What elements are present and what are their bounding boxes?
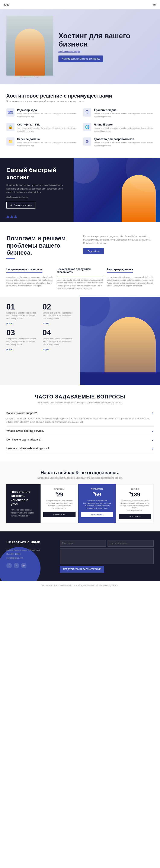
hero-subtitle: Изображение из Freepik <box>59 50 154 53</box>
hero-section: Изображение из Freepik Хостинг для вашег… <box>0 9 160 84</box>
triangle-decorations <box>6 215 17 218</box>
feature-text-5: Sample text. Click to select the text bo… <box>94 142 154 147</box>
contact-message-input[interactable] <box>60 548 154 564</box>
pricing-card-2: БИЗНЕС $139 20 сопровождаемых пользовате… <box>116 484 154 523</box>
contact-email-input[interactable] <box>107 540 154 547</box>
help-section: Помогаем и решаем проблемы вашего бизнес… <box>0 226 160 268</box>
hosting-title: Хостинговое решение с преимуществами <box>6 93 154 99</box>
numbered-right: Изображение из Freepik <box>80 297 160 385</box>
plan-btn-0[interactable]: КУПИ СЕЙЧАС <box>43 512 75 517</box>
faq-title: ЧАСТО ЗАДАВАЕМЫЕ ВОПРОСЫ <box>6 394 154 400</box>
num-text-1: Sample text. Click to select the text bo… <box>43 312 74 320</box>
feature-text-0: Sample text. Click to select the text bo… <box>17 113 77 118</box>
plan-feature-2-3: 100 кредитов кофе <box>119 509 151 511</box>
social-facebook-icon[interactable]: f <box>6 563 12 568</box>
hero-img-caption: Изображение из Freepik <box>6 76 53 78</box>
contact-left: Связаться с нами 3545 19 Gunter Avenue, … <box>6 540 53 572</box>
plan-name-0: БАЗОВЫЙ <box>43 488 75 490</box>
feature-icon-4: 📁 <box>6 137 14 146</box>
num-link-0[interactable]: ПОДРЕ <box>6 322 13 325</box>
fast-hosting-text: Ut enim ad minim veniam, quis nostrud ex… <box>6 184 67 194</box>
social-googleplus-icon[interactable]: g+ <box>21 563 27 568</box>
faq-item-0[interactable]: Do you provide support? ∧ Answer: Lorem … <box>6 409 154 427</box>
faq-item-2[interactable]: Do I have to pay in advance? ∨ <box>6 435 154 444</box>
nav-menu-icon[interactable]: ≡ <box>153 2 156 7</box>
contact-right: ПРЕДСТАВИТЬ НА РАССМОТРЕНИЕ <box>60 540 154 572</box>
contact-name-input[interactable] <box>60 540 106 547</box>
col-item-1: Неизменяемая пропускная способность Lore… <box>57 268 103 290</box>
num-item-2: 03 Sample text. Click to select the text… <box>6 329 37 351</box>
num-item-1: 02 Sample text. Click to select the text… <box>43 303 74 325</box>
faq-item-header-0: Do you provide support? ∧ <box>6 411 154 415</box>
plan-price-value-1: 59 <box>95 491 101 498</box>
contact-address: 3545 19 Gunter Avenue, 123-456-7890 <box>6 548 53 552</box>
hosting-section: Хостинговое решение с преимуществами Бла… <box>0 84 160 154</box>
feature-title-4: Перенос домена <box>17 137 77 141</box>
plan-name-1: ПОПУЛЯРНО <box>81 488 113 490</box>
col-title-2: Регистрация домена <box>107 268 133 273</box>
blue-circle-decoration <box>80 297 110 327</box>
plan-feature-2-2: Неограниченные счета электронной почты <box>119 505 151 508</box>
faq-expand-icon-2: ∨ <box>152 438 154 441</box>
plan-btn-2[interactable]: КУПИ СЕЙЧАС <box>119 514 151 519</box>
faq-answer-0: Answer: Lorem ipsum dolor sit amet, cons… <box>6 417 154 424</box>
fast-hosting-btn-label: Скачать рекламку <box>14 204 32 206</box>
faq-expand-icon-0: ∧ <box>152 411 154 415</box>
plan-name-2: БИЗНЕС <box>119 488 151 490</box>
faq-question-3: How much does web hosting cost? <box>6 447 49 450</box>
fast-hosting-download-button[interactable]: ⬇ Скачать рекламку <box>6 202 35 209</box>
num-item-0: 01 Sample text. Click to select the text… <box>6 303 37 325</box>
feature-title-3: Личный домен <box>94 123 154 126</box>
num-number-2: 03 <box>6 329 37 337</box>
col-title-1: Неизменяемая пропускная способность <box>57 268 103 275</box>
plan-price-value-0: 29 <box>57 491 63 498</box>
hero-title: Хостинг для вашего бизнеса <box>59 32 154 48</box>
num-number-3: 04 <box>43 329 74 337</box>
plan-price-value-2: 139 <box>131 491 140 498</box>
feature-title-1: Хранение медиа <box>94 108 154 112</box>
feature-title-5: Удобство для разработчиков <box>94 137 154 141</box>
col-title-0: Неограниченное хранилище <box>6 268 42 273</box>
faq-item-header-2: Do I have to pay in advance? ∨ <box>6 438 154 441</box>
plan-price-1: $59 <box>81 491 113 498</box>
download-icon: ⬇ <box>10 204 12 207</box>
features-grid: ⌨ Редактор кода Sample text. Click to se… <box>6 108 154 147</box>
plan-feature-1-2: 20 счетов на электронную почту <box>81 505 113 507</box>
num-link-3[interactable]: ПОДРЕ <box>43 348 50 351</box>
feature-item-2: 🔒 Сертификат SSL Sample text. Click to s… <box>6 123 77 133</box>
fast-hosting-left: Самый быстрый хостинг Ut enim ad minim v… <box>0 158 73 222</box>
hosting-subtitle: Благодаря множеству мощных функций мы пр… <box>6 100 154 102</box>
start-title: Начать сейчас & не оглядываясь. <box>6 470 154 475</box>
faq-item-1[interactable]: What is a web hosting service? ∨ <box>6 427 154 435</box>
plan-btn-1[interactable]: КУПИ СЕЙЧАС <box>81 512 113 517</box>
fast-hosting-section: Самый быстрый хостинг Ut enim ad minim v… <box>0 158 160 222</box>
social-twitter-icon[interactable]: t <box>14 563 19 568</box>
feature-title-2: Сертификат SSL <box>17 123 77 126</box>
nav-logo: logo <box>4 3 9 6</box>
numbered-section: 01 Sample text. Click to select the text… <box>0 297 160 385</box>
plan-feature-1-0: 10 полных пользователей <box>81 500 113 501</box>
hero-image-container: Изображение из Freepik <box>6 16 53 78</box>
fast-hosting-image-link[interactable]: Изображение из Freepik <box>6 196 67 198</box>
help-more-button[interactable]: Подробнее <box>83 248 104 254</box>
navbar: logo ≡ <box>0 0 160 9</box>
feature-item-5: ⚙ Удобство для разработчиков Sample text… <box>83 137 154 147</box>
pricing-left-panel: Перестаньте загонять клиентов в угол. Fa… <box>6 484 40 523</box>
num-link-1[interactable]: ПОДРЕ <box>43 322 50 325</box>
plan-feature-0-1: 100 страниц на электронную почту <box>43 502 75 504</box>
faq-item-3[interactable]: How much does web hosting cost? ∨ <box>6 444 154 453</box>
feature-text-2: Sample text. Click to select the text bo… <box>17 127 77 133</box>
num-item-3: 04 Sample text. Click to select the text… <box>43 329 74 351</box>
numbered-grid: 01 Sample text. Click to select the text… <box>6 303 73 351</box>
contact-submit-button[interactable]: ПРЕДСТАВИТЬ НА РАССМОТРЕНИЕ <box>60 566 104 572</box>
pricing-card-0: БАЗОВЫЙ $29 1 сопровождаемый пользовател… <box>40 484 78 523</box>
num-link-2[interactable]: ПОДРЕ <box>6 348 13 351</box>
faq-section: ЧАСТО ЗАДАВАЕМЫЕ ВОПРОСЫ Sample text. Cl… <box>0 385 160 461</box>
num-number-1: 02 <box>43 303 74 311</box>
plan-feature-0-0: 1 сопровождаемый пользователь <box>43 500 75 501</box>
plan-price-2: $139 <box>119 491 151 498</box>
faq-expand-icon-3: ∨ <box>152 447 154 450</box>
help-left: Помогаем и решаем проблемы вашего бизнес… <box>6 235 77 259</box>
hero-cta-button[interactable]: Начните бесплатный пробный период <box>59 56 103 62</box>
hero-subtitle-link[interactable]: Изображение из Freepik <box>59 50 80 53</box>
